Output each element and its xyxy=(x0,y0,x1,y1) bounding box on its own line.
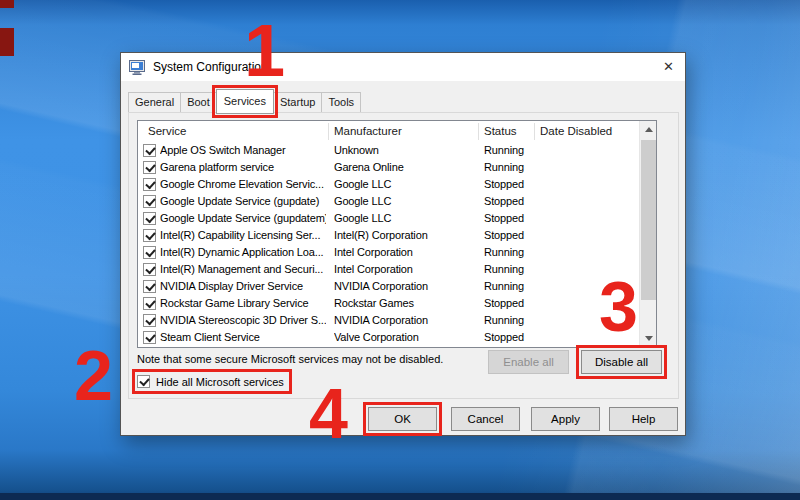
column-header-date-disabled[interactable]: Date Disabled xyxy=(540,121,612,142)
column-header-service[interactable]: Service xyxy=(148,121,186,142)
service-manufacturer: NVIDIA Corporation xyxy=(334,312,476,329)
service-manufacturer: Rockstar Games xyxy=(334,295,476,312)
column-divider xyxy=(534,123,535,140)
service-status: Stopped xyxy=(484,227,534,244)
service-manufacturer: Unknown xyxy=(334,142,476,159)
desktop-corner-mark xyxy=(0,28,14,56)
ok-button[interactable]: OK xyxy=(368,407,437,431)
hide-microsoft-services-checkbox[interactable]: Hide all Microsoft services xyxy=(136,373,288,390)
service-name: Rockstar Game Library Service xyxy=(160,295,326,312)
service-manufacturer: NVIDIA Corporation xyxy=(334,278,476,295)
service-manufacturer: Google LLC xyxy=(334,193,476,210)
service-name: Google Update Service (gupdate) xyxy=(160,193,326,210)
service-status: Running xyxy=(484,312,534,329)
service-checkbox[interactable] xyxy=(143,280,156,293)
checkbox-label: Hide all Microsoft services xyxy=(156,376,284,388)
tab-general[interactable]: General xyxy=(128,92,181,113)
system-configuration-window: System Configuration ✕ GeneralBootServic… xyxy=(120,52,686,436)
service-manufacturer: Google LLC xyxy=(334,176,476,193)
column-header-manufacturer[interactable]: Manufacturer xyxy=(334,121,402,142)
scroll-down-icon[interactable] xyxy=(640,330,657,347)
annotation-step-2: 2 xyxy=(74,341,113,411)
service-row[interactable]: Intel(R) Dynamic Application Loa... Inte… xyxy=(138,244,639,261)
service-status: Running xyxy=(484,142,534,159)
service-checkbox[interactable] xyxy=(143,212,156,225)
enable-all-button: Enable all xyxy=(488,350,569,374)
tab-boot[interactable]: Boot xyxy=(180,92,217,113)
service-status: Running xyxy=(484,261,534,278)
table-scrollbar[interactable] xyxy=(639,121,656,347)
service-status: Stopped xyxy=(484,210,534,227)
checkbox-checked-icon[interactable] xyxy=(137,375,150,388)
service-manufacturer: Intel Corporation xyxy=(334,261,476,278)
apply-button[interactable]: Apply xyxy=(531,407,600,431)
service-name: NVIDIA Stereoscopic 3D Driver S... xyxy=(160,312,326,329)
note-text: Note that some secure Microsoft services… xyxy=(137,353,443,365)
service-row[interactable]: Apple OS Switch Manager Unknown Running xyxy=(138,142,639,159)
service-status: Stopped xyxy=(484,329,534,346)
service-checkbox[interactable] xyxy=(143,161,156,174)
service-manufacturer: Intel(R) Corporation xyxy=(334,227,476,244)
service-row[interactable]: NVIDIA Stereoscopic 3D Driver S... NVIDI… xyxy=(138,312,639,329)
service-manufacturer: Intel Corporation xyxy=(334,244,476,261)
service-checkbox[interactable] xyxy=(143,246,156,259)
service-status: Stopped xyxy=(484,176,534,193)
service-name: Steam Client Service xyxy=(160,329,326,346)
column-divider xyxy=(328,123,329,140)
title-bar[interactable]: System Configuration ✕ xyxy=(121,53,685,81)
service-manufacturer: Google LLC xyxy=(334,210,476,227)
service-row[interactable]: Intel(R) Capability Licensing Ser... Int… xyxy=(138,227,639,244)
desktop: System Configuration ✕ GeneralBootServic… xyxy=(0,0,800,500)
table-header: Service Manufacturer Status Date Disable… xyxy=(138,121,639,142)
service-checkbox[interactable] xyxy=(143,331,156,344)
service-checkbox[interactable] xyxy=(143,178,156,191)
service-row[interactable]: Garena platform service Garena Online Ru… xyxy=(138,159,639,176)
service-row[interactable]: Intel(R) Management and Securi... Intel … xyxy=(138,261,639,278)
service-name: Garena platform service xyxy=(160,159,326,176)
tab-services[interactable]: Services xyxy=(216,89,274,114)
service-checkbox[interactable] xyxy=(143,263,156,276)
table-rows: Apple OS Switch Manager Unknown Running … xyxy=(138,142,639,347)
service-row[interactable]: Rockstar Game Library Service Rockstar G… xyxy=(138,295,639,312)
service-manufacturer: Valve Corporation xyxy=(334,329,476,346)
service-status: Stopped xyxy=(484,193,534,210)
service-name: NVIDIA Display Driver Service xyxy=(160,278,326,295)
service-checkbox[interactable] xyxy=(143,314,156,327)
service-manufacturer: Garena Online xyxy=(334,159,476,176)
service-name: Apple OS Switch Manager xyxy=(160,142,326,159)
scrollbar-thumb[interactable] xyxy=(641,140,656,300)
desktop-bottom-band xyxy=(0,493,800,500)
service-checkbox[interactable] xyxy=(143,144,156,157)
tab-startup[interactable]: Startup xyxy=(273,92,322,113)
service-row[interactable]: Google Update Service (gupdate) Google L… xyxy=(138,193,639,210)
window-title: System Configuration xyxy=(153,60,268,74)
service-name: Google Chrome Elevation Servic... xyxy=(160,176,326,193)
disable-all-button[interactable]: Disable all xyxy=(581,350,662,374)
services-table: Service Manufacturer Status Date Disable… xyxy=(137,120,657,348)
service-name: Intel(R) Capability Licensing Ser... xyxy=(160,227,326,244)
service-name: Google Update Service (gupdatem) xyxy=(160,210,326,227)
column-header-status[interactable]: Status xyxy=(484,121,517,142)
cancel-button[interactable]: Cancel xyxy=(451,407,520,431)
service-row[interactable]: NVIDIA Display Driver Service NVIDIA Cor… xyxy=(138,278,639,295)
service-checkbox[interactable] xyxy=(143,195,156,208)
desktop-corner-mark xyxy=(0,0,14,8)
service-name: Intel(R) Management and Securi... xyxy=(160,261,326,278)
service-row[interactable]: Google Update Service (gupdatem) Google … xyxy=(138,210,639,227)
service-checkbox[interactable] xyxy=(143,297,156,310)
tab-tools[interactable]: Tools xyxy=(321,92,361,113)
scroll-up-icon[interactable] xyxy=(640,121,657,138)
close-icon[interactable]: ✕ xyxy=(663,59,674,74)
service-row[interactable]: Google Chrome Elevation Servic... Google… xyxy=(138,176,639,193)
service-status: Stopped xyxy=(484,295,534,312)
service-checkbox[interactable] xyxy=(143,229,156,242)
help-button[interactable]: Help xyxy=(609,407,678,431)
service-status: Running xyxy=(484,278,534,295)
tab-bar: GeneralBootServicesStartupTools xyxy=(128,90,360,113)
service-row[interactable]: Steam Client Service Valve Corporation S… xyxy=(138,329,639,346)
service-status: Running xyxy=(484,159,534,176)
msconfig-icon xyxy=(129,60,146,75)
service-name: Intel(R) Dynamic Application Loa... xyxy=(160,244,326,261)
service-status: Running xyxy=(484,244,534,261)
column-divider xyxy=(478,123,479,140)
